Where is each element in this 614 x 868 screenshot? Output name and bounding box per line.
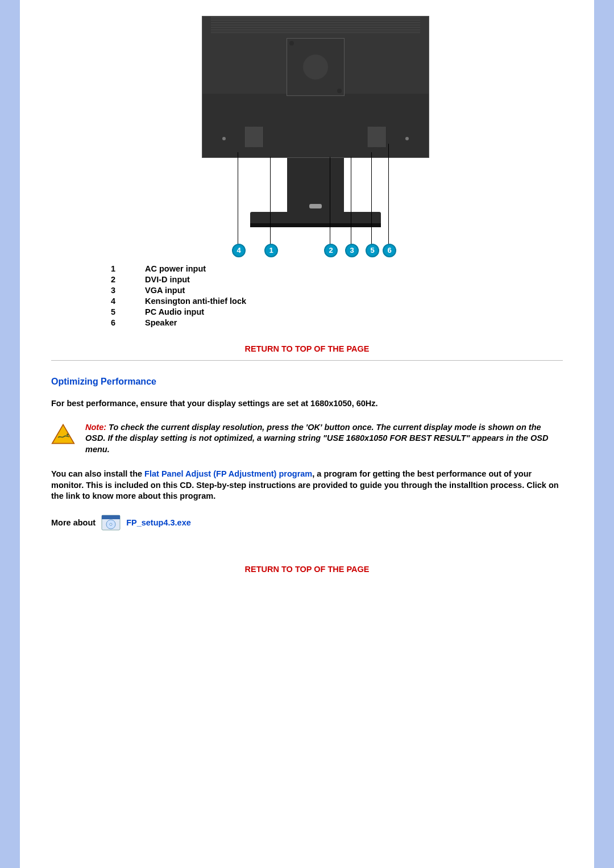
callout-5: 5: [366, 244, 379, 257]
legend-list: 1 AC power input 2 DVI-D input 3 VGA inp…: [111, 264, 563, 327]
callout-6: 6: [383, 244, 396, 257]
callout-4: 4: [232, 244, 246, 257]
legend-num: 6: [111, 318, 145, 327]
intro-text: For best performance, ensure that your d…: [51, 398, 563, 410]
section-heading: Optimizing Performance: [51, 377, 563, 387]
paragraph-fp-adjust: You can also install the Flat Panel Adju…: [51, 469, 563, 502]
fp-adjust-link[interactable]: Flat Panel Adjust (FP Adjustment) progra…: [144, 469, 312, 478]
svg-rect-3: [102, 515, 120, 519]
legend-row: 4 Kensington anti-thief lock: [111, 297, 563, 306]
legend-num: 2: [111, 275, 145, 284]
note-prefix: Note:: [85, 423, 106, 432]
divider: [51, 360, 563, 361]
content-area: 4 1 2 3 5 6 1 AC power input 2 DVI-D inp…: [20, 0, 594, 868]
callout-1: 1: [264, 244, 278, 257]
page-background: 4 1 2 3 5 6 1 AC power input 2 DVI-D inp…: [0, 0, 614, 868]
cd-icon: [101, 515, 121, 531]
legend-row: 2 DVI-D input: [111, 275, 563, 284]
legend-num: 4: [111, 297, 145, 306]
fp-setup-link[interactable]: FP_setup4.3.exe: [126, 518, 191, 527]
legend-label: Kensington anti-thief lock: [145, 297, 246, 306]
return-to-top-link[interactable]: RETURN TO TOP OF THE PAGE: [51, 344, 563, 353]
callout-3: 3: [345, 244, 359, 257]
note-text: Note: To check the current display resol…: [85, 422, 563, 456]
legend-label: PC Audio input: [145, 307, 204, 316]
svg-point-1: [67, 433, 69, 436]
svg-marker-0: [52, 424, 74, 443]
legend-num: 5: [111, 307, 145, 316]
legend-label: Speaker: [145, 318, 177, 327]
note-block: Note: To check the current display resol…: [51, 422, 563, 456]
svg-point-5: [110, 523, 112, 525]
legend-label: AC power input: [145, 264, 206, 273]
legend-label: DVI-D input: [145, 275, 190, 284]
legend-row: 6 Speaker: [111, 318, 563, 327]
more-about-label: More about: [51, 518, 96, 527]
legend-num: 1: [111, 264, 145, 273]
legend-row: 3 VGA input: [111, 286, 563, 295]
callout-2: 2: [324, 244, 338, 257]
monitor-diagram: 4 1 2 3 5 6: [51, 16, 563, 257]
legend-label: VGA input: [145, 286, 185, 295]
more-about-row: More about FP_setup4.3.exe: [51, 515, 563, 531]
monitor-rear-illustration: [202, 16, 429, 158]
note-body: To check the current display resolution,…: [85, 423, 548, 454]
legend-num: 3: [111, 286, 145, 295]
legend-row: 5 PC Audio input: [111, 307, 563, 316]
para2-pre: You can also install the: [51, 469, 144, 478]
return-to-top-link[interactable]: RETURN TO TOP OF THE PAGE: [51, 565, 563, 574]
warning-icon: [51, 423, 75, 456]
legend-row: 1 AC power input: [111, 264, 563, 273]
